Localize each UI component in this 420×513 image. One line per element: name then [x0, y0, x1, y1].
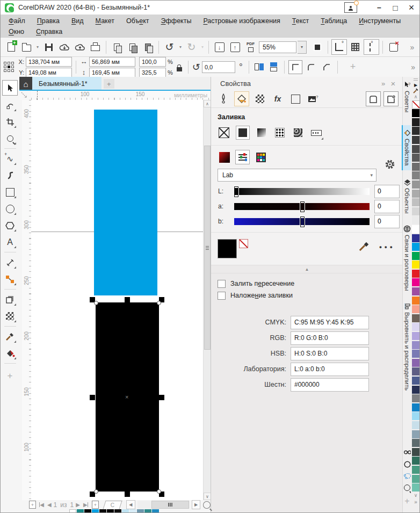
selection-handle-top-center[interactable] [125, 297, 130, 302]
show-grid-toggle[interactable] [348, 40, 363, 54]
palette-color-swatch[interactable] [412, 252, 420, 260]
cloud-download-button[interactable] [57, 40, 71, 54]
fountain-fill-button[interactable] [255, 126, 268, 139]
palette-color-swatch[interactable] [412, 377, 420, 385]
save-button[interactable] [41, 40, 56, 54]
palette-color-swatch[interactable] [412, 483, 420, 492]
ellipse-shape-icon[interactable] [404, 461, 410, 467]
palette-color-swatch[interactable] [412, 261, 420, 269]
ruler-origin-corner[interactable] [19, 91, 31, 100]
object-height-field[interactable] [89, 68, 135, 77]
new-document-tab-button[interactable]: + [104, 79, 114, 89]
print-button[interactable] [88, 40, 103, 54]
menu-Инструменты[interactable]: Инструменты [353, 17, 407, 25]
add-tools-button[interactable]: + [3, 369, 17, 383]
corner-node[interactable] [94, 489, 98, 494]
selection-handle-mid-right[interactable] [159, 395, 164, 400]
corner-node[interactable] [94, 301, 98, 305]
hex-field[interactable] [291, 378, 369, 392]
scroll-right-button[interactable]: ▶ [192, 500, 201, 509]
export-button[interactable]: ↑ [228, 40, 242, 54]
rotation-angle-field[interactable] [202, 61, 235, 73]
hsb-field[interactable] [291, 347, 369, 360]
section-collapse-bar[interactable]: ▲ [211, 265, 403, 273]
fill-tab[interactable] [234, 91, 249, 106]
propbar-add-button[interactable]: + [350, 61, 356, 73]
show-guidelines-toggle[interactable] [364, 39, 379, 55]
palette-color-swatch[interactable] [412, 207, 420, 215]
lasso-icon[interactable] [404, 473, 410, 479]
palette-color-swatch[interactable] [412, 412, 420, 420]
b-value-field[interactable] [374, 215, 400, 228]
crop-tool[interactable] [3, 114, 17, 129]
color-viewer-button[interactable] [218, 150, 231, 164]
freehand-tool[interactable]: ∿ + [3, 151, 17, 166]
lab-field[interactable] [291, 363, 369, 376]
palette-color-swatch[interactable] [412, 305, 420, 313]
palette-color-swatch[interactable] [412, 439, 420, 447]
open-document-button[interactable] [19, 40, 34, 54]
float-docker-icon[interactable] [366, 91, 381, 106]
palette-no-color-swatch[interactable] [412, 100, 420, 109]
corner-square-button[interactable] [288, 60, 302, 74]
rgb-field[interactable] [291, 331, 369, 345]
pattern-fill-button[interactable] [273, 126, 286, 139]
snap-off-button[interactable] [386, 40, 401, 54]
vertical-ruler[interactable]: 400350300250200150100 [22, 100, 32, 500]
document-palette-swatch[interactable] [122, 509, 129, 513]
tab-objects[interactable]: Объекты [404, 175, 411, 218]
palette-color-swatch[interactable] [412, 109, 420, 117]
l-slider[interactable] [234, 188, 370, 195]
strip-add-button[interactable]: + [404, 496, 409, 506]
palette-color-swatch[interactable] [412, 386, 420, 394]
effects-tab[interactable]: fx [271, 92, 285, 106]
fullscreen-preview-button[interactable] [310, 40, 324, 54]
selection-handle-mid-left[interactable] [90, 395, 95, 400]
color-eyedropper-tool[interactable] [3, 329, 17, 344]
zoom-level-combobox[interactable]: 55% [259, 41, 296, 53]
add-page-before-button[interactable]: + [29, 501, 36, 509]
palette-color-swatch[interactable] [412, 430, 420, 438]
palette-color-swatch[interactable] [412, 350, 420, 358]
cloud-upload-button[interactable] [73, 40, 87, 54]
palette-color-swatch[interactable] [412, 475, 420, 483]
palette-color-swatch[interactable] [412, 297, 420, 305]
propbar-overflow-button[interactable]: » [411, 63, 415, 71]
copy-button[interactable] [125, 40, 140, 54]
open-dropdown[interactable]: ▾ [35, 40, 40, 54]
document-palette-swatch[interactable] [129, 509, 136, 513]
menu-Окно[interactable]: Окно [3, 28, 30, 35]
palette-color-swatch[interactable] [412, 190, 420, 198]
no-fill-button[interactable] [218, 126, 230, 139]
palette-color-swatch[interactable] [412, 216, 420, 224]
cmyk-field[interactable] [291, 316, 369, 329]
paste-button[interactable] [141, 40, 155, 54]
no-color-swatch[interactable] [239, 239, 248, 248]
more-color-options-button[interactable]: ● ● ● [379, 244, 393, 250]
palette-color-swatch[interactable] [412, 278, 420, 286]
selection-handle-bottom-center[interactable] [125, 492, 130, 497]
b-slider[interactable] [234, 218, 370, 225]
overprint-fill-checkbox[interactable] [218, 292, 226, 300]
shadow-tool[interactable] [3, 292, 17, 307]
a-slider[interactable] [234, 203, 370, 210]
docker-close-icon[interactable]: × [388, 79, 399, 88]
zoom-level-dropdown[interactable]: ▾ [298, 41, 307, 54]
palette-color-swatch[interactable] [412, 359, 420, 367]
connector-tool[interactable] [3, 272, 17, 286]
scale-y-field[interactable] [139, 68, 166, 77]
minimize-button[interactable]: – [371, 1, 387, 14]
color-palettes-button[interactable] [254, 150, 267, 164]
close-button[interactable]: × [403, 1, 419, 14]
menu-Текст[interactable]: Текст [286, 17, 315, 25]
palette-color-swatch[interactable] [412, 198, 420, 206]
l-value-field[interactable] [374, 185, 400, 198]
current-fill-swatch[interactable] [218, 239, 237, 258]
palette-color-swatch[interactable] [412, 367, 420, 375]
palette-color-swatch[interactable] [412, 403, 420, 411]
rectangle-object-blue[interactable] [94, 110, 157, 295]
mirror-vertical-button[interactable] [267, 61, 280, 74]
binoculars-icon[interactable] [404, 449, 410, 456]
palette-flyout-arrow[interactable]: ▶ [414, 83, 417, 88]
first-page-button[interactable]: ◀ [39, 502, 44, 508]
